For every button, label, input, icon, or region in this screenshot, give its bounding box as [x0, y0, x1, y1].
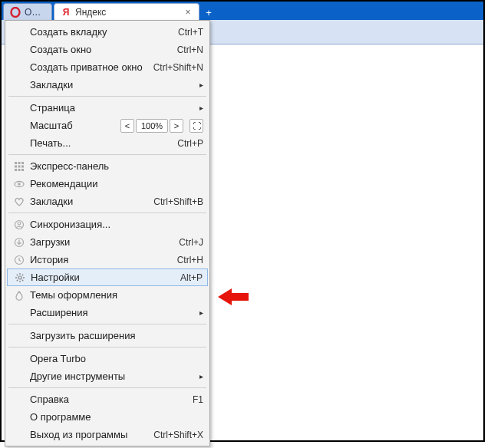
menu-bookmarks-shortcut: Ctrl+Shift+B — [147, 196, 203, 207]
svg-rect-1 — [15, 162, 17, 164]
download-icon — [12, 236, 27, 249]
blank-icon — [12, 61, 27, 74]
blank-icon — [12, 429, 27, 441]
browser-window: Opera Я Яндекс × + Создать вкладку Ctrl+… — [0, 0, 485, 442]
menu-help-label: Справка — [27, 394, 186, 405]
zoom-out-button[interactable]: < — [120, 119, 134, 133]
menu-about-label: О программе — [27, 411, 203, 423]
tab-opera-label: Opera — [25, 7, 45, 18]
user-icon — [12, 219, 27, 231]
menu-recommendations[interactable]: Рекомендации — [7, 175, 208, 193]
svg-line-22 — [22, 279, 23, 280]
menu-new-private-window-label: Создать приватное окно — [27, 61, 147, 73]
menu-history-label: История — [27, 254, 171, 265]
menu-other-tools[interactable]: Другие инструменты ▸ — [7, 367, 208, 385]
blank-icon — [12, 26, 27, 38]
droplet-icon — [12, 289, 27, 301]
menu-speed-dial[interactable]: Экспресс-панель — [7, 157, 208, 175]
fullscreen-button[interactable]: ⛶ — [189, 119, 203, 133]
menu-new-private-window-shortcut: Ctrl+Shift+N — [147, 62, 203, 73]
svg-point-16 — [18, 276, 21, 279]
menu-separator — [8, 154, 206, 155]
menu-new-tab[interactable]: Создать вкладку Ctrl+T — [7, 23, 208, 41]
svg-rect-7 — [15, 169, 17, 171]
menu-help[interactable]: Справка F1 — [7, 390, 208, 408]
menu-other-tools-label: Другие инструменты — [27, 371, 194, 382]
grid-icon — [12, 160, 27, 173]
chevron-right-icon: ▸ — [194, 104, 203, 112]
menu-new-private-window[interactable]: Создать приватное окно Ctrl+Shift+N — [7, 58, 208, 76]
menu-bookmarks[interactable]: Закладки Ctrl+Shift+B — [7, 193, 208, 210]
menu-separator — [8, 96, 206, 97]
menu-opera-turbo[interactable]: Opera Turbo — [7, 350, 208, 367]
svg-marker-25 — [218, 288, 249, 305]
blank-icon — [12, 371, 27, 383]
menu-history-shortcut: Ctrl+H — [171, 255, 203, 265]
menu-print[interactable]: Печать... Ctrl+P — [7, 134, 208, 152]
menu-downloads-label: Загрузки — [27, 236, 173, 248]
zoom-in-button[interactable]: > — [170, 119, 183, 133]
chevron-right-icon: ▸ — [194, 81, 203, 89]
new-tab-button[interactable]: + — [201, 5, 216, 20]
menu-new-window-shortcut: Ctrl+N — [171, 44, 203, 55]
svg-rect-8 — [18, 169, 21, 171]
menu-extensions-submenu[interactable]: Расширения ▸ — [7, 304, 208, 321]
opera-icon — [10, 7, 21, 18]
menu-exit-shortcut: Ctrl+Shift+X — [147, 430, 203, 440]
menu-separator — [8, 387, 206, 388]
menu-settings-shortcut: Alt+P — [174, 272, 203, 283]
heart-icon — [12, 196, 27, 208]
clock-icon — [12, 254, 27, 266]
blank-icon — [12, 394, 27, 406]
svg-line-23 — [22, 274, 23, 275]
chevron-right-icon: ▸ — [194, 372, 203, 380]
menu-settings[interactable]: Настройки Alt+P — [7, 268, 208, 286]
blank-icon — [12, 353, 27, 365]
svg-line-24 — [17, 279, 18, 280]
tab-opera-menu[interactable]: Opera — [3, 3, 52, 20]
plus-icon: + — [206, 7, 212, 18]
menu-bookmarks-label: Закладки — [27, 196, 147, 207]
menu-themes[interactable]: Темы оформления — [7, 286, 208, 304]
tab-strip: Opera Я Яндекс × + — [2, 2, 483, 20]
menu-get-extensions-label: Загрузить расширения — [27, 330, 203, 341]
menu-extensions-submenu-label: Расширения — [27, 307, 194, 318]
menu-bookmarks-submenu-label: Закладки — [27, 79, 194, 91]
menu-separator — [8, 324, 206, 324]
gear-icon — [12, 272, 28, 284]
menu-print-label: Печать... — [27, 137, 171, 149]
svg-line-21 — [17, 274, 18, 275]
menu-new-window[interactable]: Создать окно Ctrl+N — [7, 41, 208, 58]
menu-get-extensions[interactable]: Загрузить расширения — [7, 327, 208, 344]
opera-main-menu: Создать вкладку Ctrl+T Создать окно Ctrl… — [5, 20, 210, 446]
tab-yandex[interactable]: Я Яндекс × — [54, 3, 199, 20]
svg-point-0 — [12, 8, 20, 17]
menu-new-window-label: Создать окно — [27, 44, 171, 55]
eye-icon — [12, 178, 27, 190]
menu-bookmarks-submenu[interactable]: Закладки ▸ — [7, 76, 208, 94]
menu-zoom-label: Масштаб — [27, 120, 120, 131]
svg-point-11 — [18, 183, 20, 185]
svg-rect-2 — [18, 162, 21, 164]
menu-page-submenu[interactable]: Страница ▸ — [7, 99, 208, 117]
svg-rect-4 — [15, 165, 17, 167]
svg-rect-5 — [18, 165, 21, 167]
menu-new-tab-label: Создать вкладку — [27, 26, 172, 38]
menu-sync[interactable]: Синхронизация... — [7, 216, 208, 233]
menu-speed-dial-label: Экспресс-панель — [27, 160, 203, 172]
menu-about[interactable]: О программе — [7, 408, 208, 426]
close-icon[interactable]: × — [183, 8, 193, 17]
menu-themes-label: Темы оформления — [27, 289, 203, 301]
menu-page-submenu-label: Страница — [27, 102, 194, 114]
blank-icon — [12, 102, 27, 114]
blank-icon — [12, 330, 27, 342]
menu-opera-turbo-label: Opera Turbo — [27, 353, 203, 364]
menu-history[interactable]: История Ctrl+H — [7, 251, 208, 268]
zoom-value: 100% — [136, 119, 168, 133]
blank-icon — [12, 307, 27, 319]
blank-icon — [12, 79, 27, 91]
zoom-controls: < 100% > ⛶ — [120, 119, 203, 133]
menu-exit[interactable]: Выход из программы Ctrl+Shift+X — [7, 426, 208, 443]
menu-downloads[interactable]: Загрузки Ctrl+J — [7, 233, 208, 251]
svg-point-13 — [18, 222, 21, 225]
